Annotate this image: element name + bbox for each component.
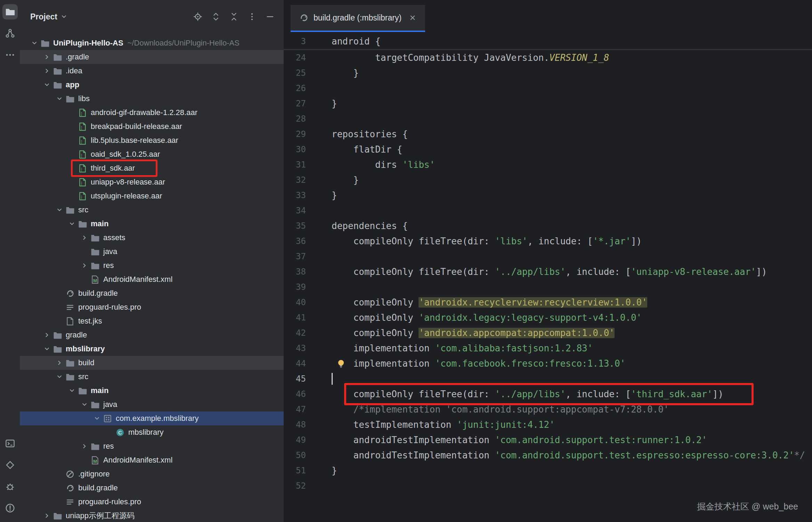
chevron-down-icon[interactable] — [79, 401, 90, 408]
code-line-24[interactable]: 24 targetCompatibility JavaVersion.VERSI… — [284, 50, 812, 65]
code-line-35[interactable]: 35dependencies { — [284, 218, 812, 234]
close-icon[interactable] — [408, 14, 417, 22]
tree-item-src[interactable]: src — [20, 370, 284, 384]
chevron-down-icon[interactable] — [29, 39, 40, 47]
line-number[interactable]: 39 — [284, 279, 306, 295]
tree-item-breakpad-build-release-aar[interactable]: breakpad-build-release.aar — [20, 120, 284, 133]
line-number[interactable]: 43 — [284, 341, 306, 356]
tree-item-assets[interactable]: assets — [20, 231, 284, 245]
tree-item-src[interactable]: src — [20, 203, 284, 217]
code-line-49[interactable]: 49 androidTestImplementation 'com.androi… — [284, 432, 812, 448]
chevron-right-icon[interactable] — [41, 512, 53, 520]
line-number[interactable]: 41 — [284, 310, 306, 325]
chevron-down-icon[interactable] — [54, 373, 65, 381]
project-panel-title[interactable]: Project — [30, 12, 68, 22]
tree-item-com-example-mbslibrary[interactable]: com.example.mbslibrary — [20, 411, 284, 425]
code-line-37[interactable]: 37 — [284, 249, 812, 264]
line-number[interactable]: 36 — [284, 234, 306, 249]
line-number[interactable]: 29 — [284, 127, 306, 142]
code-line-40[interactable]: 40 compileOnly 'androidx.recyclerview:re… — [284, 295, 812, 310]
chevron-down-icon[interactable] — [41, 345, 53, 353]
line-number[interactable]: 48 — [284, 417, 306, 432]
line-number[interactable]: 50 — [284, 448, 306, 463]
code-line-52[interactable]: 52 — [284, 478, 812, 494]
tree-item-uniapp-v8-release-aar[interactable]: uniapp-v8-release.aar — [20, 175, 284, 189]
tree-item-test-jks[interactable]: test.jks — [20, 314, 284, 328]
chevron-right-icon[interactable] — [41, 331, 53, 339]
expand-all-icon[interactable] — [210, 11, 222, 23]
code-line-28[interactable]: 28 — [284, 111, 812, 127]
line-number[interactable]: 34 — [284, 203, 306, 218]
code-line-25[interactable]: 25 } — [284, 65, 812, 81]
code-line-27[interactable]: 27} — [284, 96, 812, 111]
code-line-30[interactable]: 30 flatDir { — [284, 142, 812, 157]
chevron-down-icon[interactable] — [66, 387, 78, 394]
tree-item-proguard-rules-pro[interactable]: proguard-rules.pro — [20, 495, 284, 509]
tree-item-mbslibrary[interactable]: mbslibrary — [20, 342, 284, 356]
locate-icon[interactable] — [192, 11, 204, 23]
terminal-tool-icon[interactable] — [2, 436, 18, 451]
tab-build-gradle-mbslibrary[interactable]: build.gradle (:mbslibrary) — [291, 5, 425, 32]
line-number[interactable]: 52 — [284, 478, 306, 494]
line-number[interactable]: 49 — [284, 432, 306, 448]
line-number[interactable]: 46 — [284, 386, 306, 402]
code-line-34[interactable]: 34 — [284, 203, 812, 218]
tree-item-utsplugin-release-aar[interactable]: utsplugin-release.aar — [20, 189, 284, 203]
chevron-down-icon[interactable] — [54, 206, 65, 214]
chevron-down-icon[interactable] — [41, 81, 53, 89]
tree-item-androidmanifest-xml[interactable]: MAndroidManifest.xml — [20, 272, 284, 286]
project-tool-icon[interactable] — [2, 4, 18, 19]
line-number[interactable]: 31 — [284, 157, 306, 172]
code-line-36[interactable]: 36 compileOnly fileTree(dir: 'libs', inc… — [284, 234, 812, 249]
line-number[interactable]: 37 — [284, 249, 306, 264]
chevron-right-icon[interactable] — [79, 442, 90, 450]
tree-item-main[interactable]: main — [20, 384, 284, 398]
line-number[interactable]: 38 — [284, 264, 306, 279]
code-line-47[interactable]: 47 /*implementation 'com.android.support… — [284, 402, 812, 417]
chevron-right-icon[interactable] — [54, 359, 65, 367]
tree-item-androidmanifest-xml[interactable]: MAndroidManifest.xml — [20, 453, 284, 467]
tree-item-libs[interactable]: libs — [20, 92, 284, 106]
tree-item-build-gradle[interactable]: build.gradle — [20, 481, 284, 495]
code-editor[interactable]: 24 targetCompatibility JavaVersion.VERSI… — [284, 50, 812, 522]
code-line-41[interactable]: 41 compileOnly 'androidx.legacy:legacy-s… — [284, 310, 812, 325]
line-number[interactable]: 35 — [284, 218, 306, 234]
code-line-51[interactable]: 51} — [284, 463, 812, 478]
code-line-32[interactable]: 32 } — [284, 172, 812, 188]
line-number[interactable]: 47 — [284, 402, 306, 417]
tree-item-uniapp[interactable]: uniapp示例工程源码 — [20, 509, 284, 522]
code-line-44[interactable]: 44 implementation 'com.facebook.fresco:f… — [284, 356, 812, 371]
chevron-right-icon[interactable] — [41, 67, 53, 75]
code-line-38[interactable]: 38 compileOnly fileTree(dir: '../app/lib… — [284, 264, 812, 279]
tree-item-proguard-rules-pro[interactable]: proguard-rules.pro — [20, 300, 284, 314]
line-number[interactable]: 28 — [284, 111, 306, 127]
tree-item-mbslibrary[interactable]: Cmbslibrary — [20, 425, 284, 439]
tree-item-java[interactable]: java — [20, 245, 284, 259]
line-number[interactable]: 45 — [284, 371, 306, 386]
lightbulb-icon[interactable] — [336, 358, 346, 369]
more-tools-icon[interactable] — [2, 47, 18, 63]
tree-item-oaid-sdk-1-0-25-aar[interactable]: oaid_sdk_1.0.25.aar — [20, 147, 284, 161]
code-line-31[interactable]: 31 dirs 'libs' — [284, 157, 812, 172]
code-line-48[interactable]: 48 testImplementation 'junit:junit:4.12' — [284, 417, 812, 432]
code-line-29[interactable]: 29repositories { — [284, 127, 812, 142]
tree-item-third-sdk-aar[interactable]: third_sdk.aar — [20, 161, 284, 175]
line-number[interactable]: 25 — [284, 65, 306, 81]
code-line-42[interactable]: 42 compileOnly 'androidx.appcompat:appco… — [284, 325, 812, 341]
code-line-39[interactable]: 39 — [284, 279, 812, 295]
hide-panel-icon[interactable] — [264, 11, 276, 23]
tree-item-gitignore[interactable]: .gitignore — [20, 467, 284, 481]
line-number[interactable]: 24 — [284, 50, 306, 65]
chevron-down-icon[interactable] — [66, 220, 78, 228]
tree-item-android-gif-drawable-1-2-28-aar[interactable]: android-gif-drawable-1.2.28.aar — [20, 106, 284, 120]
chevron-right-icon[interactable] — [79, 234, 90, 242]
tree-item-lib-5plus-base-release-aar[interactable]: lib.5plus.base-release.aar — [20, 133, 284, 147]
tree-item-res[interactable]: res — [20, 439, 284, 453]
tree-item-build[interactable]: build — [20, 356, 284, 370]
code-line-50[interactable]: 50 androidTestImplementation 'com.androi… — [284, 448, 812, 463]
line-number[interactable]: 26 — [284, 81, 306, 96]
tree-item-java[interactable]: java — [20, 398, 284, 411]
collapse-all-icon[interactable] — [228, 11, 240, 23]
line-number[interactable]: 40 — [284, 295, 306, 310]
chevron-right-icon[interactable] — [41, 53, 53, 61]
